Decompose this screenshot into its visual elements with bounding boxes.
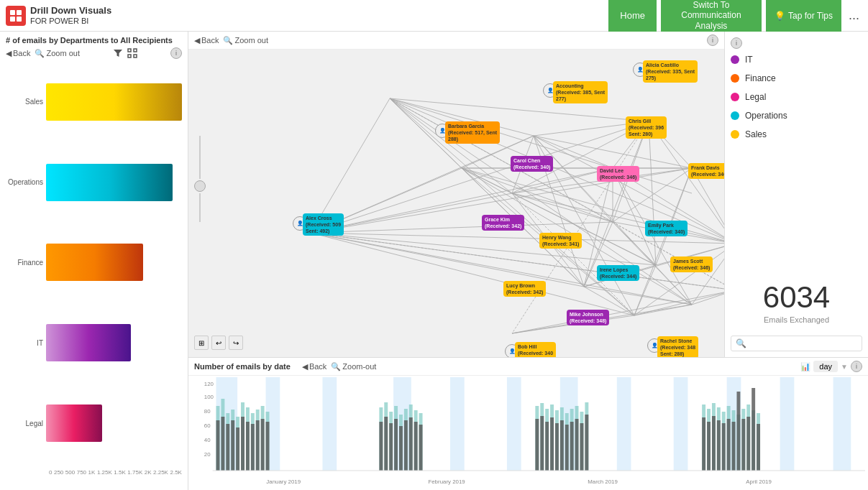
bar-container-legal[interactable]: [46, 405, 102, 442]
timeline-title: Number of emails by date: [194, 362, 291, 371]
node-barbara[interactable]: Barbara Garcia(Received: 517, Sent288): [445, 121, 500, 144]
svg-text:February 2019: February 2019: [428, 479, 465, 485]
svg-rect-108: [507, 377, 521, 471]
node-topright[interactable]: Chris Gill(Received: 396Sent: 280): [626, 116, 667, 139]
more-button[interactable]: ...: [846, 0, 862, 35]
zoom-out-icon: 🔍: [35, 49, 45, 58]
redo-button[interactable]: ↪: [229, 336, 243, 350]
svg-text:120: 120: [204, 381, 214, 387]
svg-rect-182: [712, 416, 716, 471]
timeline-svg: 120 100 80 60 40 20: [191, 377, 865, 489]
legend-item-it: IT: [731, 55, 862, 65]
back-button[interactable]: ◀ Back: [6, 49, 30, 58]
svg-rect-130: [251, 424, 255, 471]
svg-text:March 2019: March 2019: [588, 479, 618, 485]
emails-count: 6034: [731, 282, 862, 313]
svg-rect-196: [746, 417, 750, 471]
node-irene[interactable]: Irene Lopes(Received: 344): [597, 265, 639, 281]
undo-button[interactable]: ↩: [211, 336, 226, 350]
bar-container-finance[interactable]: [46, 244, 143, 281]
node-alicia[interactable]: Alicia Castillo(Received: 335, Sent275): [643, 60, 698, 83]
node-carol[interactable]: Carol Chen(Received: 340): [511, 156, 553, 172]
node-david[interactable]: David Lee(Received: 346): [597, 166, 639, 182]
legend-dot-it: [731, 55, 739, 64]
svg-rect-136: [266, 422, 270, 471]
node-frank[interactable]: Frank Davis(Received: 346): [688, 163, 724, 179]
dropdown-arrow[interactable]: ▼: [841, 363, 848, 371]
bar-container-it[interactable]: [46, 324, 131, 361]
svg-text:January 2019: January 2019: [266, 479, 301, 485]
svg-rect-134: [261, 419, 265, 471]
node-henry[interactable]: Henry Wang(Received: 341): [539, 233, 582, 249]
svg-rect-158: [540, 416, 544, 471]
expand-icon[interactable]: [127, 48, 137, 58]
svg-rect-190: [732, 422, 736, 471]
svg-rect-113: [780, 377, 795, 471]
left-panel: # of emails by Departments to All Recipi…: [0, 32, 188, 490]
timeline-header: Number of emails by date ◀ Back 🔍 Zoom-o…: [188, 358, 868, 376]
svg-rect-174: [580, 423, 584, 471]
node-grace[interactable]: Grace Kim(Received: 342): [482, 215, 524, 231]
svg-rect-122: [231, 420, 234, 471]
svg-rect-118: [221, 417, 224, 471]
node-james[interactable]: James Scott(Received: 346): [670, 256, 713, 272]
logo-text: Drill Down Visuals FOR POWER BI: [30, 5, 111, 26]
bar-container-operations[interactable]: [46, 164, 173, 201]
svg-rect-170: [570, 422, 574, 471]
node-mike[interactable]: Mike Johnson(Received: 348): [567, 310, 609, 325]
legend-label-finance: Finance: [745, 73, 776, 83]
legend-dot-sales: [731, 130, 739, 139]
right-info-icon[interactable]: i: [731, 37, 742, 49]
network-canvas[interactable]: 👤 Alicia Castillo(Received: 335, Sent275…: [188, 50, 724, 357]
right-panel: i IT Finance Legal: [724, 32, 868, 357]
svg-line-60: [512, 193, 613, 222]
timeline-back-icon: ◀: [302, 362, 308, 371]
filter-icon[interactable]: [113, 48, 123, 58]
timeline-back-button[interactable]: ◀ Back: [302, 362, 326, 371]
svg-line-45: [613, 168, 656, 265]
grid-view-button[interactable]: ⊞: [194, 336, 209, 350]
svg-line-92: [512, 193, 634, 315]
zoom-slider[interactable]: [194, 136, 206, 222]
comm-analysis-button[interactable]: Switch To Communication Analysis: [661, 0, 762, 35]
svg-line-14: [390, 98, 692, 193]
chart-footer: [0, 477, 188, 490]
back-arrow-icon: ◀: [6, 49, 12, 58]
svg-rect-186: [722, 423, 726, 471]
day-selector[interactable]: day: [813, 361, 838, 372]
tips-button[interactable]: 💡 Tap for Tips: [766, 0, 841, 35]
info-icon[interactable]: i: [170, 47, 182, 59]
search-box[interactable]: 🔍: [731, 336, 862, 351]
svg-rect-107: [450, 377, 465, 471]
search-input[interactable]: [749, 339, 857, 348]
network-back-button[interactable]: ◀ Back: [194, 36, 219, 45]
svg-rect-0: [10, 10, 15, 15]
main-layout: # of emails by Departments to All Recipi…: [0, 32, 868, 490]
svg-rect-160: [545, 422, 549, 471]
svg-rect-198: [751, 388, 755, 471]
tips-icon: 💡: [775, 11, 785, 21]
legend: IT Finance Legal Operation: [731, 55, 862, 277]
zoom-out-button[interactable]: 🔍 Zoom out: [35, 49, 79, 58]
svg-text:60: 60: [204, 422, 211, 429]
node-bob2[interactable]: Bob Hill(Received: 340Sent: 425): [515, 342, 556, 357]
home-button[interactable]: Home: [608, 0, 657, 35]
node-alex[interactable]: Alex Cross(Received: 509Sent: 492): [303, 213, 344, 236]
network-area: ◀ Back 🔍 Zoom out i: [188, 32, 868, 357]
timeline-zoom-button[interactable]: 🔍 Zoom-out: [331, 362, 376, 371]
node-accounting[interactable]: Accounting(Received: 385, Sent277): [553, 81, 608, 103]
header: Drill Down Visuals FOR POWER BI Home Swi…: [0, 0, 868, 32]
node-lucy[interactable]: Lucy Brown(Received: 342): [503, 281, 546, 297]
timeline-info-icon[interactable]: i: [851, 361, 862, 372]
bar-container-sales[interactable]: [46, 83, 182, 121]
network-bottom-controls: ⊞ ↩ ↪: [191, 334, 246, 351]
network-info-icon[interactable]: i: [707, 34, 718, 46]
node-rachel[interactable]: Rachel Stone(Received: 348Sent: 288): [657, 336, 698, 357]
node-emily[interactable]: Emily Park(Received: 340): [645, 221, 687, 236]
svg-rect-1: [17, 10, 22, 15]
svg-line-11: [390, 98, 512, 193]
svg-rect-146: [399, 426, 403, 471]
bar-row-operations: Operations: [6, 164, 182, 201]
network-zoom-out-button[interactable]: 🔍 Zoom out: [223, 36, 268, 45]
bar-label-it: IT: [6, 339, 43, 347]
